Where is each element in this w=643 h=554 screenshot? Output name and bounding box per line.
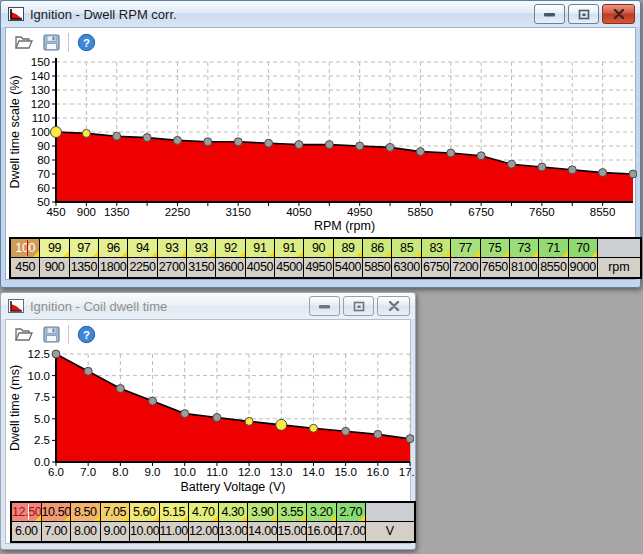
value-cell-selected[interactable]: 100 <box>11 239 40 258</box>
data-point[interactable] <box>309 424 317 432</box>
data-point[interactable] <box>374 430 382 438</box>
value-cell-selected[interactable]: 12.50 <box>12 503 42 522</box>
window-dwell-rpm-corr: Ignition - Dwell RPM corr. <box>0 0 641 288</box>
data-point[interactable] <box>116 385 124 393</box>
value-cell[interactable]: 70 <box>569 239 598 258</box>
value-cell[interactable]: 77 <box>451 239 480 258</box>
toolbar-separator <box>68 33 69 52</box>
data-point[interactable] <box>477 152 485 160</box>
data-point[interactable] <box>213 414 221 422</box>
data-point[interactable] <box>416 148 424 156</box>
value-cell[interactable]: 5.60 <box>130 503 160 522</box>
value-cell[interactable]: 71 <box>539 239 568 258</box>
value-cell[interactable]: 97 <box>70 239 99 258</box>
minimize-button[interactable] <box>534 4 565 24</box>
data-point[interactable] <box>82 129 90 137</box>
data-point[interactable] <box>149 397 157 405</box>
value-cell[interactable]: 86 <box>363 239 392 258</box>
axis-cell: 10.00 <box>130 522 160 541</box>
edited-corner-marker <box>503 251 509 257</box>
value-cell[interactable]: 94 <box>128 239 157 258</box>
window-coil-dwell-time: Ignition - Coil dwell time <box>0 292 416 550</box>
value-cell[interactable]: 92 <box>216 239 245 258</box>
value-cell[interactable]: 3.90 <box>248 503 278 522</box>
data-point[interactable] <box>276 419 287 430</box>
x-tick-label: 7.0 <box>80 466 96 478</box>
value-cell[interactable]: 75 <box>481 239 510 258</box>
data-point[interactable] <box>181 410 189 418</box>
data-point[interactable] <box>538 163 546 171</box>
value-cell[interactable]: 10.50 <box>42 503 72 522</box>
value-cell[interactable]: 93 <box>158 239 187 258</box>
data-point[interactable] <box>173 136 181 144</box>
data-point[interactable] <box>245 417 253 425</box>
value-cell[interactable]: 73 <box>510 239 539 258</box>
value-cell[interactable]: 8.50 <box>71 503 101 522</box>
axis-cell: 4950 <box>304 258 333 277</box>
data-point[interactable] <box>386 143 394 151</box>
dwell-rpm-table: 1009997969493939291919089868583777573717… <box>9 237 642 279</box>
open-file-button[interactable] <box>14 324 34 344</box>
data-point[interactable] <box>143 134 151 142</box>
axis-cell: 8.00 <box>71 522 101 541</box>
y-axis-title: Dwell time (ms) <box>8 365 22 451</box>
data-point[interactable] <box>342 427 350 435</box>
value-cell[interactable]: 5.15 <box>160 503 190 522</box>
edited-corner-marker <box>562 251 568 257</box>
x-tick-label: 3150 <box>225 206 251 218</box>
edited-corner-marker <box>268 251 274 257</box>
data-point[interactable] <box>204 138 212 146</box>
maximize-button[interactable] <box>343 296 374 316</box>
data-point[interactable] <box>447 149 455 157</box>
value-cell[interactable]: 3.55 <box>278 503 308 522</box>
value-cell[interactable]: 85 <box>392 239 421 258</box>
value-cell[interactable]: 3.20 <box>307 503 337 522</box>
data-point[interactable] <box>599 169 607 177</box>
data-point[interactable] <box>356 142 364 150</box>
edited-corner-marker <box>241 515 247 521</box>
value-cell[interactable]: 89 <box>334 239 363 258</box>
value-cell[interactable]: 91 <box>275 239 304 258</box>
value-cell[interactable]: 93 <box>187 239 216 258</box>
data-point[interactable] <box>51 127 62 138</box>
axis-cell: 5400 <box>334 258 363 277</box>
value-cell[interactable]: 4.30 <box>219 503 249 522</box>
value-cell[interactable]: 91 <box>246 239 275 258</box>
data-point[interactable] <box>295 141 303 149</box>
minimize-button[interactable] <box>309 296 340 316</box>
axis-cell: 7200 <box>451 258 480 277</box>
axis-cell: 15.00 <box>278 522 308 541</box>
maximize-button[interactable] <box>568 4 599 24</box>
value-cell[interactable]: 90 <box>304 239 333 258</box>
value-cell[interactable]: 83 <box>422 239 451 258</box>
value-cell[interactable]: 2.70 <box>337 503 367 522</box>
help-button[interactable]: ? <box>76 32 96 52</box>
edited-corner-marker <box>239 251 245 257</box>
save-button[interactable] <box>41 324 61 344</box>
save-button[interactable] <box>41 32 61 52</box>
x-tick-label: 2250 <box>165 206 191 218</box>
data-point[interactable] <box>234 138 242 146</box>
data-point[interactable] <box>325 141 333 149</box>
value-cell[interactable]: 4.70 <box>189 503 219 522</box>
data-point[interactable] <box>113 132 121 140</box>
close-button[interactable] <box>377 296 410 316</box>
help-button[interactable]: ? <box>76 324 96 344</box>
data-point[interactable] <box>629 170 637 178</box>
titlebar[interactable]: Ignition - Coil dwell time <box>1 293 415 319</box>
value-cell[interactable]: 7.05 <box>101 503 131 522</box>
toolbar: ? <box>6 28 635 56</box>
titlebar[interactable]: Ignition - Dwell RPM corr. <box>1 1 640 27</box>
data-point[interactable] <box>84 367 92 375</box>
maximize-icon <box>353 301 365 312</box>
value-cell[interactable]: 96 <box>99 239 128 258</box>
value-cell[interactable]: 99 <box>40 239 69 258</box>
close-button[interactable] <box>602 4 635 24</box>
data-point[interactable] <box>508 160 516 168</box>
data-point[interactable] <box>406 435 414 443</box>
open-file-button[interactable] <box>14 32 34 52</box>
data-point[interactable] <box>568 166 576 174</box>
data-point[interactable] <box>265 139 273 147</box>
data-point[interactable] <box>52 350 60 358</box>
open-folder-icon <box>14 324 34 344</box>
